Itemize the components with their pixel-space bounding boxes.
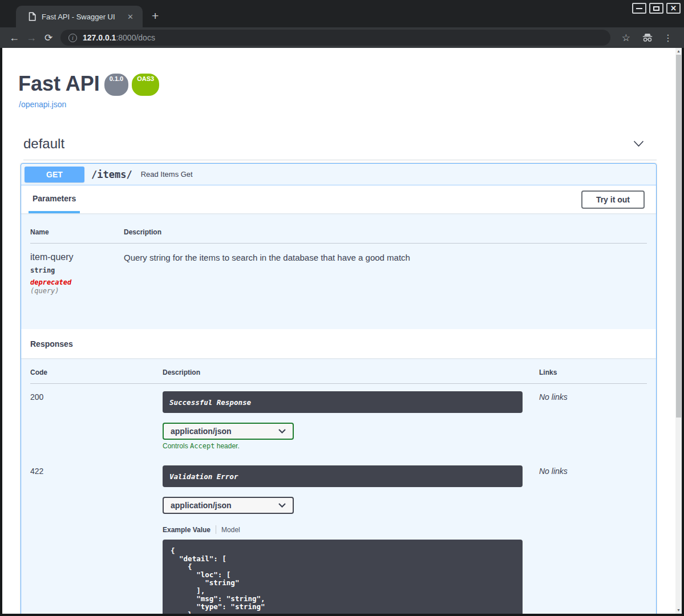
example-code-block: { "detail": [ { "loc": [ "string" ], "ms… bbox=[163, 540, 523, 614]
parameters-header: Parameters Try it out bbox=[21, 185, 656, 213]
maximize-icon bbox=[653, 6, 659, 11]
parameters-table-head: Name Description bbox=[30, 228, 647, 244]
column-links: Links bbox=[539, 368, 647, 376]
bookmark-star-icon[interactable]: ☆ bbox=[616, 32, 636, 44]
close-icon: ✕ bbox=[670, 5, 677, 12]
parameters-tab-label: Parameters bbox=[33, 194, 76, 203]
responses-header: Responses bbox=[21, 329, 656, 358]
media-type-select[interactable]: application/json bbox=[163, 423, 294, 440]
tab-example-value[interactable]: Example Value bbox=[163, 526, 211, 534]
url-host: 127.0.0.1 bbox=[83, 33, 116, 42]
browser-tab[interactable]: Fast API - Swagger UI ✕ bbox=[16, 6, 143, 27]
tag-section-header[interactable]: default bbox=[23, 136, 657, 160]
minimize-button[interactable] bbox=[632, 3, 646, 14]
swagger-page: Fast API 0.1.0 OAS3 /openapi.json defaul… bbox=[2, 48, 675, 614]
responses-table-head: Code Description Links bbox=[30, 368, 647, 384]
close-button[interactable]: ✕ bbox=[666, 3, 681, 14]
toolbar-actions: ☆ ⋮ bbox=[616, 32, 678, 44]
parameter-name: item-query bbox=[30, 252, 124, 262]
forward-button[interactable]: → bbox=[23, 32, 40, 44]
parameter-description: Query string for the items to search in … bbox=[124, 252, 647, 329]
oas3-badge: OAS3 bbox=[132, 74, 159, 96]
try-it-out-button[interactable]: Try it out bbox=[581, 191, 645, 209]
response-code: 422 bbox=[30, 465, 163, 614]
response-links: No links bbox=[539, 391, 647, 450]
media-type-select[interactable]: application/json bbox=[163, 497, 294, 514]
tab-close-icon[interactable]: ✕ bbox=[124, 11, 137, 22]
scrollbar-down-icon[interactable]: ▼ bbox=[675, 607, 682, 614]
example-json: { "detail": [ { "loc": [ "string" ], "ms… bbox=[171, 547, 523, 614]
operation-path: /items/ bbox=[91, 169, 132, 180]
scrollbar-up-icon[interactable]: ▲ bbox=[675, 48, 682, 55]
column-name: Name bbox=[30, 228, 124, 236]
api-info-section: Fast API 0.1.0 OAS3 /openapi.json bbox=[2, 48, 675, 110]
scrollbar-thumb[interactable] bbox=[676, 55, 681, 418]
column-code: Code bbox=[30, 368, 163, 376]
tab-model[interactable]: Model bbox=[221, 526, 240, 534]
operation-summary[interactable]: GET /items/ Read Items Get bbox=[21, 164, 656, 185]
page-scrollbar[interactable]: ▲ ▼ bbox=[675, 48, 682, 614]
response-links: No links bbox=[539, 465, 647, 614]
address-bar[interactable]: i 127.0.0.1:8000/docs bbox=[60, 30, 610, 46]
api-title: Fast API bbox=[18, 72, 100, 96]
minimize-icon bbox=[636, 8, 642, 9]
new-tab-button[interactable]: + bbox=[148, 10, 162, 22]
parameter-location: (query) bbox=[30, 287, 124, 295]
version-badge: 0.1.0 bbox=[104, 74, 128, 96]
response-row-200: 200 Successful Response application/json bbox=[30, 384, 647, 450]
response-message: Validation Error bbox=[169, 472, 238, 481]
tag-name: default bbox=[23, 136, 64, 152]
window-controls: ✕ bbox=[629, 3, 681, 14]
maximize-button[interactable] bbox=[649, 3, 663, 14]
column-description: Description bbox=[124, 228, 647, 236]
site-info-icon[interactable]: i bbox=[68, 34, 77, 42]
media-type-value: application/json bbox=[171, 501, 278, 510]
response-row-422: 422 Validation Error application/json bbox=[30, 450, 647, 614]
url-text: 127.0.0.1:8000/docs bbox=[83, 33, 155, 42]
column-description: Description bbox=[163, 368, 539, 376]
select-chevron-icon bbox=[278, 429, 286, 433]
parameters-table: Name Description item-query string depre… bbox=[21, 213, 656, 329]
incognito-icon bbox=[636, 33, 659, 42]
page-viewport: Fast API 0.1.0 OAS3 /openapi.json defaul… bbox=[2, 48, 682, 614]
responses-title: Responses bbox=[30, 339, 73, 348]
response-message-box: Validation Error bbox=[163, 465, 523, 487]
accept-note-code: Accept bbox=[190, 442, 214, 450]
parameter-row: item-query string deprecated (query) Que… bbox=[30, 244, 647, 329]
parameter-deprecated-flag: deprecated bbox=[30, 278, 124, 286]
tab-title: Fast API - Swagger UI bbox=[42, 13, 124, 21]
back-button[interactable]: ← bbox=[6, 32, 23, 44]
select-chevron-icon bbox=[278, 503, 286, 508]
response-message-box: Successful Response bbox=[163, 391, 523, 413]
page-favicon-icon bbox=[29, 12, 36, 21]
response-code: 200 bbox=[30, 391, 163, 450]
reload-button[interactable]: ⟳ bbox=[40, 32, 57, 44]
parameter-name-cell: item-query string deprecated (query) bbox=[30, 252, 124, 329]
api-badges: 0.1.0 OAS3 bbox=[104, 74, 163, 96]
response-description-cell: Validation Error application/json Exampl… bbox=[163, 465, 539, 614]
operation-block: GET /items/ Read Items Get Parameters Tr… bbox=[21, 163, 657, 614]
accept-note-suffix: header. bbox=[214, 442, 239, 450]
openapi-spec-link[interactable]: /openapi.json bbox=[19, 100, 66, 109]
url-path: :8000/docs bbox=[116, 33, 155, 42]
chevron-down-icon[interactable] bbox=[633, 140, 644, 147]
responses-table: Code Description Links 200 Successful Re… bbox=[21, 358, 656, 614]
browser-titlebar: Fast API - Swagger UI ✕ + ✕ bbox=[0, 0, 684, 27]
operation-summary-text: Read Items Get bbox=[141, 170, 193, 179]
response-message: Successful Response bbox=[169, 398, 251, 407]
browser-toolbar: ← → ⟳ i 127.0.0.1:8000/docs ☆ ⋮ bbox=[0, 27, 684, 48]
browser-menu-icon[interactable]: ⋮ bbox=[659, 33, 678, 43]
example-model-tabs: Example Value Model bbox=[163, 525, 539, 534]
media-type-value: application/json bbox=[171, 427, 278, 436]
accept-note-prefix: Controls bbox=[163, 442, 190, 450]
accept-header-note: Controls Accept header. bbox=[163, 442, 539, 450]
parameter-type: string bbox=[30, 266, 124, 274]
tab-separator bbox=[216, 525, 216, 534]
response-description-cell: Successful Response application/json Con… bbox=[163, 391, 539, 450]
tab-parameters[interactable]: Parameters bbox=[29, 185, 80, 213]
http-method-badge: GET bbox=[25, 167, 84, 183]
